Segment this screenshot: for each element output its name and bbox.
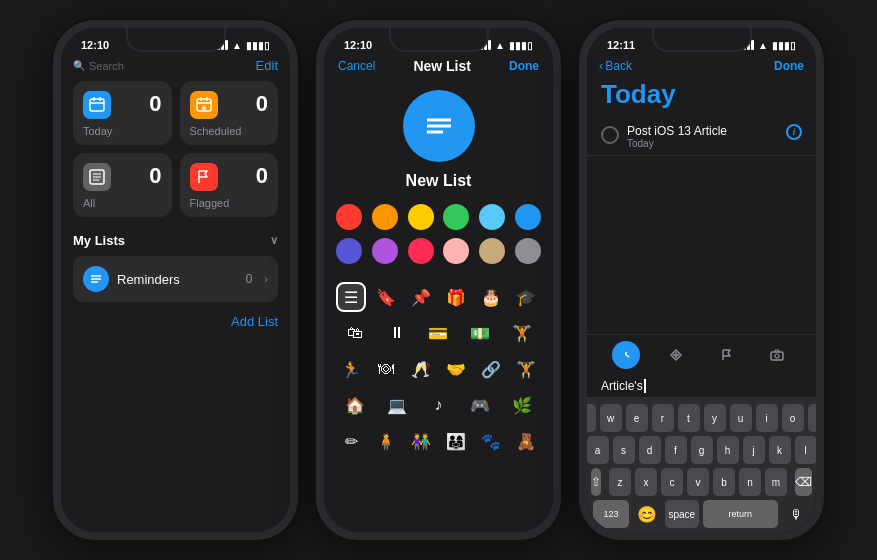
color-orange[interactable] xyxy=(372,204,398,230)
key-q[interactable]: q xyxy=(587,404,596,432)
color-indigo[interactable] xyxy=(336,238,362,264)
icon-pause[interactable]: ⏸ xyxy=(382,318,412,348)
camera-toolbar-icon[interactable] xyxy=(763,341,791,369)
smart-card-all[interactable]: 0 All xyxy=(73,153,172,217)
key-e[interactable]: e xyxy=(626,404,648,432)
color-row-2 xyxy=(336,238,541,264)
icon-bag[interactable]: 🛍 xyxy=(340,318,370,348)
space-key[interactable]: space xyxy=(665,500,699,528)
color-green[interactable] xyxy=(443,204,469,230)
key-t[interactable]: t xyxy=(678,404,700,432)
done-button-3[interactable]: Done xyxy=(774,59,804,73)
icon-pencil[interactable]: ✏ xyxy=(336,426,366,456)
icon-graduate[interactable]: 🎓 xyxy=(511,282,541,312)
color-pink[interactable] xyxy=(408,238,434,264)
back-button[interactable]: ‹ Back xyxy=(599,58,632,73)
task-info-button[interactable]: i xyxy=(786,124,802,140)
icon-handshake[interactable]: 🤝 xyxy=(441,354,471,384)
key-w[interactable]: w xyxy=(600,404,622,432)
text-input-area[interactable]: Article's​ xyxy=(587,375,816,398)
icon-couple[interactable]: 👫 xyxy=(406,426,436,456)
key-d[interactable]: d xyxy=(639,436,661,464)
key-m[interactable]: m xyxy=(765,468,787,496)
icon-fork[interactable]: 🍽 xyxy=(371,354,401,384)
key-f[interactable]: f xyxy=(665,436,687,464)
add-list-button[interactable]: Add List xyxy=(231,314,278,329)
color-gray2[interactable] xyxy=(515,238,541,264)
all-count: 0 xyxy=(149,163,161,189)
icon-home[interactable]: 🏠 xyxy=(340,390,370,420)
icon-pin[interactable]: 📌 xyxy=(406,282,436,312)
key-a[interactable]: a xyxy=(587,436,609,464)
edit-button[interactable]: Edit xyxy=(256,58,278,73)
shift-key[interactable]: ⇧ xyxy=(591,468,601,496)
color-yellow[interactable] xyxy=(408,204,434,230)
location-toolbar-icon[interactable] xyxy=(662,341,690,369)
color-red[interactable] xyxy=(336,204,362,230)
icon-gamepad[interactable]: 🎮 xyxy=(465,390,495,420)
smart-card-scheduled[interactable]: 0 Scheduled xyxy=(180,81,279,145)
delete-key[interactable]: ⌫ xyxy=(795,468,812,496)
smart-card-flagged[interactable]: 0 Flagged xyxy=(180,153,279,217)
smart-card-today[interactable]: 0 Today xyxy=(73,81,172,145)
chevron-down-icon[interactable]: ∨ xyxy=(270,234,278,247)
mic-button[interactable]: 🎙 xyxy=(782,500,810,528)
icon-list[interactable]: ☰ xyxy=(336,282,366,312)
key-c[interactable]: c xyxy=(661,468,683,496)
color-tan[interactable] xyxy=(479,238,505,264)
icon-person[interactable]: 🧍 xyxy=(371,426,401,456)
key-o[interactable]: o xyxy=(782,404,804,432)
icon-card[interactable]: 💳 xyxy=(423,318,453,348)
cancel-button[interactable]: Cancel xyxy=(338,59,375,73)
reminders-list-item[interactable]: Reminders 0 › xyxy=(73,256,278,302)
icon-link[interactable]: 🔗 xyxy=(476,354,506,384)
my-lists-label: My Lists xyxy=(73,233,125,248)
key-u[interactable]: u xyxy=(730,404,752,432)
key-j[interactable]: j xyxy=(743,436,765,464)
icon-cake[interactable]: 🎂 xyxy=(476,282,506,312)
key-i[interactable]: i xyxy=(756,404,778,432)
icon-paw[interactable]: 🐾 xyxy=(476,426,506,456)
task-circle[interactable] xyxy=(601,126,619,144)
notch-3 xyxy=(652,28,752,52)
icon-money[interactable]: 💵 xyxy=(465,318,495,348)
task-item[interactable]: Post iOS 13 Article Today i xyxy=(587,118,816,156)
color-lightpink[interactable] xyxy=(443,238,469,264)
key-g[interactable]: g xyxy=(691,436,713,464)
new-list-icon-area: New List xyxy=(324,80,553,204)
numbers-key[interactable]: 123 xyxy=(593,500,629,528)
icon-wine[interactable]: 🥂 xyxy=(406,354,436,384)
color-blue[interactable] xyxy=(515,204,541,230)
return-key[interactable]: return xyxy=(703,500,778,528)
key-y[interactable]: y xyxy=(704,404,726,432)
key-n[interactable]: n xyxy=(739,468,761,496)
icon-computer[interactable]: 💻 xyxy=(382,390,412,420)
icon-family[interactable]: 👨‍👩‍👧 xyxy=(441,426,471,456)
icon-bear[interactable]: 🧸 xyxy=(511,426,541,456)
icon-music[interactable]: ♪ xyxy=(423,390,453,420)
icon-bookmark[interactable]: 🔖 xyxy=(371,282,401,312)
key-b[interactable]: b xyxy=(713,468,735,496)
key-p[interactable]: p xyxy=(808,404,817,432)
key-s[interactable]: s xyxy=(613,436,635,464)
color-lightblue[interactable] xyxy=(479,204,505,230)
key-l[interactable]: l xyxy=(795,436,817,464)
key-k[interactable]: k xyxy=(769,436,791,464)
key-v[interactable]: v xyxy=(687,468,709,496)
icon-dumbbell[interactable]: 🏋 xyxy=(507,318,537,348)
icon-leaf[interactable]: 🌿 xyxy=(507,390,537,420)
done-button-2[interactable]: Done xyxy=(509,59,539,73)
clock-toolbar-icon[interactable] xyxy=(612,341,640,369)
key-h[interactable]: h xyxy=(717,436,739,464)
icon-run[interactable]: 🏃 xyxy=(336,354,366,384)
icon-gift[interactable]: 🎁 xyxy=(441,282,471,312)
key-z[interactable]: z xyxy=(609,468,631,496)
task-date: Today xyxy=(627,138,778,149)
flag-toolbar-icon[interactable] xyxy=(713,341,741,369)
key-r[interactable]: r xyxy=(652,404,674,432)
icon-arch[interactable]: 🏋 xyxy=(511,354,541,384)
new-list-big-icon[interactable] xyxy=(403,90,475,162)
color-purple[interactable] xyxy=(372,238,398,264)
emoji-button[interactable]: 😊 xyxy=(633,500,661,528)
key-x[interactable]: x xyxy=(635,468,657,496)
